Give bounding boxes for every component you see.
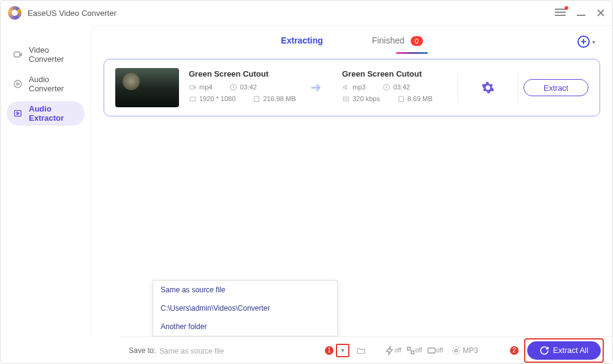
chevron-down-icon: ▾	[592, 39, 595, 45]
svg-rect-9	[398, 96, 403, 102]
minimize-button[interactable]	[577, 15, 585, 16]
svg-rect-3	[190, 85, 194, 88]
tab-finished[interactable]: Finished 0	[372, 36, 423, 50]
svg-rect-10	[407, 347, 410, 350]
target-size: 8.69 MB	[408, 95, 433, 102]
active-tab-underline	[396, 52, 428, 54]
audio-icon	[342, 83, 350, 91]
audio-icon	[13, 78, 23, 89]
target-info: Green Screen Cutout mp3 03:42 320 kbps 8…	[342, 69, 452, 107]
sidebar-item-video-converter[interactable]: Video Converter	[7, 42, 85, 67]
extract-all-highlight: Extract All	[524, 338, 604, 363]
hd-toggle-button[interactable]: off	[425, 343, 444, 358]
sidebar-item-label: Video Converter	[29, 45, 78, 64]
extract-all-button[interactable]: Extract All	[527, 341, 601, 360]
source-duration: 03:42	[240, 83, 257, 91]
annotation-marker-2: 2	[510, 346, 519, 355]
conversion-item-card: Green Screen Cutout mp4 03:42 1920 * 108…	[104, 59, 600, 116]
sidebar-item-audio-converter[interactable]: Audio Converter	[7, 72, 85, 96]
sidebar-item-audio-extractor[interactable]: Audio Extractor	[7, 101, 85, 126]
open-folder-button[interactable]	[352, 343, 370, 358]
merge-toggle-button[interactable]: off	[405, 343, 423, 358]
svg-rect-2	[15, 110, 21, 116]
tab-extracting[interactable]: Extracting	[281, 36, 322, 49]
bottom-toolbar: Save to: Same as source file 1 ▼ off off…	[120, 336, 612, 363]
camera-icon	[189, 83, 197, 91]
annotation-marker-1: 1	[325, 346, 333, 355]
svg-point-13	[455, 349, 457, 352]
source-size: 216.98 MB	[263, 95, 295, 102]
svg-rect-5	[190, 97, 196, 101]
title-bar: EaseUS Video Converter	[1, 1, 612, 25]
save-to-label: Save to:	[129, 346, 156, 355]
dropdown-option[interactable]: Another folder	[153, 317, 337, 336]
refresh-icon	[539, 346, 549, 355]
video-thumbnail[interactable]	[115, 68, 179, 107]
target-duration: 03:42	[393, 83, 410, 91]
finished-count-badge: 0	[411, 36, 423, 46]
resolution-icon	[189, 95, 197, 103]
dropdown-option[interactable]: C:\Users\admin\Videos\Converter	[153, 299, 337, 317]
app-logo-icon	[8, 6, 21, 20]
off-label: off	[436, 347, 443, 354]
separator	[457, 72, 458, 103]
tab-bar: Extracting Finished 0 + ▾	[91, 26, 612, 59]
tab-label: Finished	[372, 36, 405, 45]
gpu-toggle-button[interactable]: off	[384, 343, 402, 358]
add-file-button[interactable]: + ▾	[577, 36, 595, 48]
tab-label: Extracting	[281, 36, 322, 45]
video-icon	[13, 49, 23, 60]
target-format: mp3	[352, 83, 365, 91]
app-title: EaseUS Video Converter	[28, 9, 116, 18]
svg-rect-6	[254, 96, 259, 102]
separator	[518, 72, 519, 103]
clock-icon	[229, 83, 237, 91]
save-path-dropdown-toggle[interactable]: ▼	[336, 344, 349, 357]
svg-point-1	[14, 80, 21, 88]
plus-icon: +	[577, 36, 590, 48]
arrow-right-icon: ➜	[310, 80, 321, 96]
format-label: MP3	[463, 346, 478, 355]
source-format: mp4	[199, 83, 212, 91]
size-icon	[397, 95, 405, 103]
size-icon	[253, 95, 261, 103]
settings-gear-icon[interactable]	[481, 81, 495, 94]
dropdown-option[interactable]: Same as source file	[153, 281, 337, 299]
extract-all-label: Extract All	[553, 346, 588, 355]
bitrate-icon	[342, 95, 350, 103]
sidebar-item-label: Audio Converter	[29, 75, 78, 93]
output-format-button[interactable]: MP3	[446, 343, 483, 358]
svg-rect-11	[411, 351, 414, 354]
target-filename: Green Screen Cutout	[342, 69, 452, 78]
source-info: Green Screen Cutout mp4 03:42 1920 * 108…	[189, 69, 299, 107]
svg-rect-12	[428, 348, 435, 353]
extract-button[interactable]: Extract	[524, 79, 588, 96]
svg-rect-0	[14, 52, 20, 57]
save-path-display[interactable]: Same as source file	[159, 347, 224, 355]
sidebar-item-label: Audio Extractor	[29, 104, 78, 123]
hamburger-menu-button[interactable]	[555, 9, 566, 17]
sidebar: Video Converter Audio Converter Audio Ex…	[1, 25, 91, 338]
source-resolution: 1920 * 1080	[199, 95, 235, 102]
target-bitrate: 320 kbps	[352, 95, 380, 102]
off-label: off	[416, 347, 422, 354]
clock-icon	[383, 83, 390, 91]
close-button[interactable]	[596, 9, 605, 17]
extractor-icon	[13, 108, 23, 119]
off-label: off	[395, 347, 402, 354]
source-filename: Green Screen Cutout	[189, 69, 299, 78]
save-location-dropdown: Same as source file C:\Users\admin\Video…	[153, 280, 338, 336]
